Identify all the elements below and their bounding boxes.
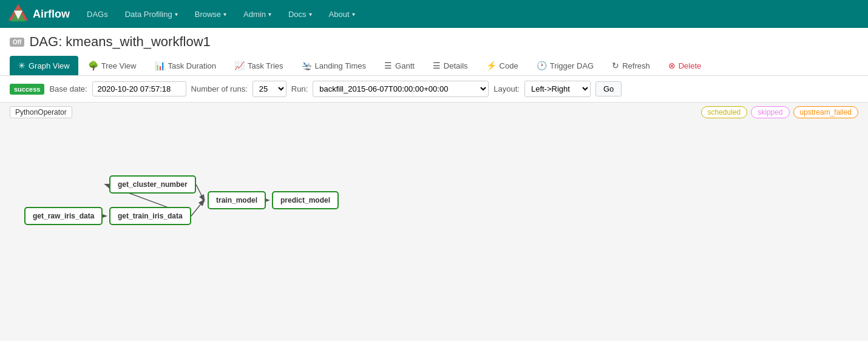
tab-code[interactable]: ⚡ Code: [478, 56, 527, 75]
layout-select[interactable]: Left->Right Top->Bottom: [524, 81, 591, 97]
dag-title: DAG: kmeans_with_workflow1: [29, 34, 210, 50]
svg-line-5: [191, 200, 204, 216]
status-scheduled: scheduled: [701, 106, 748, 118]
base-date-input[interactable]: [92, 81, 186, 96]
gantt-icon: ☰: [384, 61, 392, 70]
operator-badge: PythonOperator: [10, 106, 72, 118]
node-get-train-iris-data[interactable]: get_train_iris_data: [109, 207, 191, 225]
tab-task-duration[interactable]: 📊 Task Duration: [146, 56, 225, 75]
nav-admin[interactable]: Admin ▾: [236, 6, 279, 22]
layout-label: Layout:: [493, 84, 520, 93]
tab-details[interactable]: ☰ Details: [424, 56, 476, 75]
nav-browse[interactable]: Browse ▾: [188, 6, 234, 22]
status-skipped: skipped: [751, 106, 789, 118]
tab-graph-view[interactable]: ✳ Graph View: [10, 56, 78, 75]
run-select[interactable]: backfill_2015-06-07T00:00:00+00:00: [313, 81, 489, 97]
tab-delete[interactable]: ⊗ Delete: [660, 56, 710, 75]
svg-line-6: [196, 184, 204, 200]
tab-tree-view[interactable]: 🌳 Tree View: [80, 56, 145, 75]
nav-dags[interactable]: DAGs: [80, 6, 115, 22]
legend-right: scheduled skipped upstream_failed: [701, 106, 858, 118]
nav-data-profiling[interactable]: Data Profiling ▾: [118, 6, 185, 22]
caret-icon: ▾: [175, 11, 178, 18]
node-predict-model[interactable]: predict_model: [272, 191, 339, 209]
brand-logo[interactable]: Airflow: [7, 3, 70, 25]
task-tries-icon: 📈: [234, 61, 245, 70]
dag-toggle[interactable]: Off: [10, 38, 24, 47]
base-date-label: Base date:: [49, 84, 87, 93]
legend-left: PythonOperator: [10, 106, 72, 118]
dag-title-row: Off DAG: kmeans_with_workflow1: [10, 34, 858, 50]
tabs-row: ✳ Graph View 🌳 Tree View 📊 Task Duration…: [10, 56, 858, 75]
nav-docs[interactable]: Docs ▾: [281, 6, 319, 22]
go-button[interactable]: Go: [595, 81, 622, 96]
num-runs-select[interactable]: 25 50 100: [253, 81, 287, 97]
node-train-model[interactable]: train_model: [208, 191, 266, 209]
tab-landing-times[interactable]: 🛬 Landing Times: [293, 56, 375, 75]
status-badge: success: [10, 84, 44, 95]
status-upstream-failed: upstream_failed: [793, 106, 858, 118]
delete-icon: ⊗: [668, 61, 676, 70]
toolbar: success Base date: Number of runs: 25 50…: [0, 76, 868, 103]
legend-row: PythonOperator scheduled skipped upstrea…: [0, 103, 868, 122]
details-icon: ☰: [433, 61, 441, 70]
caret-icon: ▾: [352, 11, 355, 18]
page-header: Off DAG: kmeans_with_workflow1 ✳ Graph V…: [0, 28, 868, 76]
brand-name: Airflow: [33, 8, 70, 21]
tree-view-icon: 🌳: [88, 61, 98, 70]
caret-icon: ▾: [309, 11, 312, 18]
run-label: Run:: [291, 84, 308, 93]
node-get-cluster-number[interactable]: get_cluster_number: [109, 175, 196, 194]
navbar: Airflow DAGs Data Profiling ▾ Browse ▾ A…: [0, 0, 868, 28]
refresh-icon: ↻: [612, 61, 619, 70]
tab-refresh[interactable]: ↻ Refresh: [603, 56, 659, 75]
nav-about[interactable]: About ▾: [322, 6, 362, 22]
graph-area: get_raw_iris_data get_train_iris_data ge…: [0, 122, 868, 292]
landing-times-icon: 🛬: [302, 61, 312, 70]
caret-icon: ▾: [223, 11, 226, 18]
tab-gantt[interactable]: ☰ Gantt: [376, 56, 423, 75]
num-runs-label: Number of runs:: [191, 84, 248, 93]
graph-view-icon: ✳: [18, 61, 25, 70]
caret-icon: ▾: [268, 11, 271, 18]
tab-trigger-dag[interactable]: 🕐 Trigger DAG: [528, 56, 602, 75]
code-icon: ⚡: [486, 61, 497, 70]
trigger-icon: 🕐: [537, 61, 547, 70]
node-get-raw-iris-data[interactable]: get_raw_iris_data: [24, 207, 103, 225]
tab-task-tries[interactable]: 📈 Task Tries: [226, 56, 292, 75]
task-duration-icon: 📊: [155, 61, 165, 70]
